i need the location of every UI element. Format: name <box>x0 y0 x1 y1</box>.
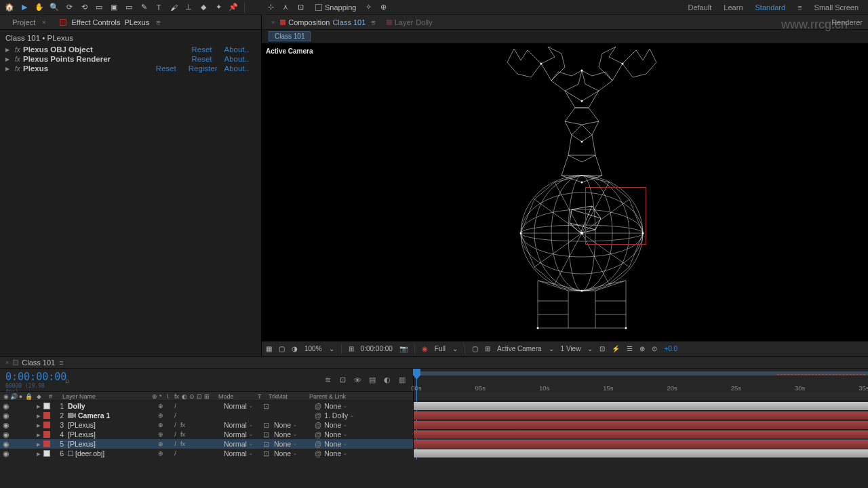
layer-bar[interactable] <box>414 411 868 420</box>
blend-mode-dropdown[interactable]: Normal⌄ <box>224 440 253 448</box>
visibility-toggle[interactable]: ◉ <box>3 421 9 429</box>
visibility-toggle[interactable]: ◉ <box>3 402 9 410</box>
parent-dropdown[interactable]: None⌄ <box>324 449 347 458</box>
layer-bar[interactable] <box>414 421 868 429</box>
pixel-aspect-icon[interactable]: ⊡ <box>599 345 605 352</box>
tab-layer[interactable]: Layer Dolly <box>381 18 438 26</box>
snapshot-icon[interactable]: 📷 <box>399 345 408 352</box>
layer-row[interactable]: ◉ ▸ 2 Camera 1 ⊕/ @1. Dolly⌄ <box>0 411 868 420</box>
panel-menu-icon[interactable]: ≡ <box>156 18 160 26</box>
flow-tab[interactable]: Class 101 <box>269 31 311 41</box>
effect-link[interactable]: About.. <box>224 45 249 54</box>
visibility-toggle[interactable]: ◉ <box>3 430 9 439</box>
axis-world-icon[interactable]: ⋏ <box>279 1 292 14</box>
workspace-smallscreen[interactable]: Small Screen <box>814 3 859 12</box>
layer-bar[interactable] <box>414 430 868 439</box>
reset-exposure-icon[interactable]: ⊙ <box>652 345 657 352</box>
twirl-icon[interactable]: ▸ <box>37 421 43 429</box>
preview-time[interactable]: 0:00:00:00 <box>361 345 393 352</box>
layer-bar[interactable] <box>414 440 868 448</box>
effect-link[interactable]: Reset <box>192 45 212 54</box>
layer-row[interactable]: ◉ ▸ 4 [PLexus] ⊕/fx Normal⌄ ⊡ None⌄ @Non… <box>0 430 868 439</box>
preserve-transparency-icon[interactable]: ⊡ <box>263 421 269 429</box>
timeline-tab-label[interactable]: Class 101 <box>22 359 55 367</box>
fast-preview-icon[interactable]: ⚡ <box>612 345 620 352</box>
preserve-transparency-icon[interactable]: ⊡ <box>263 402 269 410</box>
pickwhip-icon[interactable]: @ <box>315 422 321 429</box>
roto-tool-icon[interactable]: ✦ <box>212 1 225 14</box>
layer-name[interactable]: [PLexus] <box>65 430 157 439</box>
tab-project[interactable]: Project × <box>5 18 53 26</box>
snap-edge-icon[interactable]: ✧ <box>362 1 376 14</box>
brush-tool-icon[interactable]: 🖌 <box>167 1 180 14</box>
tab-close-icon[interactable]: × <box>5 359 9 366</box>
workspace-learn[interactable]: Learn <box>724 3 743 12</box>
shape-tool-icon[interactable]: ▭ <box>122 1 136 14</box>
label-swatch[interactable] <box>43 403 50 409</box>
pickwhip-icon[interactable]: @ <box>315 403 321 410</box>
comp-flow-icon[interactable]: ⊕ <box>639 345 645 352</box>
trkmat-dropdown[interactable]: None⌄ <box>274 449 315 458</box>
parent-dropdown[interactable]: None⌄ <box>324 440 347 448</box>
composition-viewer[interactable]: Active Camera <box>262 43 868 341</box>
effect-link[interactable]: Reset <box>156 64 176 73</box>
layer-switches[interactable]: ⊕/ <box>157 403 224 409</box>
blend-mode-dropdown[interactable]: Normal⌄ <box>224 421 253 429</box>
axis-view-icon[interactable]: ⊡ <box>294 1 307 14</box>
layer-switches[interactable]: ⊕/fx <box>157 441 224 447</box>
axis-local-icon[interactable]: ⊹ <box>264 1 277 14</box>
toggle-alpha-icon[interactable]: ▦ <box>266 345 272 352</box>
frame-blend-icon[interactable]: ▤ <box>367 375 378 386</box>
snap-collapse-icon[interactable]: ⊕ <box>377 1 391 14</box>
hand-tool-icon[interactable]: ✋ <box>33 1 46 14</box>
preserve-transparency-icon[interactable]: ⊡ <box>263 449 269 458</box>
label-swatch[interactable] <box>43 412 50 419</box>
layer-row[interactable]: ◉ ▸ 1 Dolly ⊕/ Normal⌄ ⊡ @None⌄ <box>0 401 868 411</box>
workspace-menu-icon[interactable]: ≡ <box>797 3 802 12</box>
pickwhip-icon[interactable]: @ <box>315 450 321 458</box>
camera-tool-icon[interactable]: ▭ <box>92 1 106 14</box>
tab-composition[interactable]: × Composition Class 101 ≡ <box>266 18 381 26</box>
layer-bar[interactable] <box>414 449 868 458</box>
blend-mode-dropdown[interactable]: Normal⌄ <box>224 430 253 439</box>
blend-mode-dropdown[interactable]: Normal⌄ <box>224 449 253 458</box>
shy-icon[interactable]: 👁 <box>352 375 363 386</box>
home-icon[interactable]: 🏠 <box>3 1 16 14</box>
layer-name[interactable]: [deer.obj] <box>65 449 157 458</box>
layer-name[interactable]: [PLexus] <box>65 421 157 429</box>
twirl-icon[interactable]: ▸ <box>5 45 15 54</box>
workspace-standard[interactable]: Standard <box>755 3 786 12</box>
layer-name[interactable]: [PLexus] <box>65 440 157 448</box>
rotate-tool-icon[interactable]: ⟲ <box>77 1 91 14</box>
layer-switches[interactable]: ⊕/fx <box>157 431 224 438</box>
tab-close-icon[interactable]: × <box>271 19 275 26</box>
pen-tool-icon[interactable]: ✎ <box>137 1 151 14</box>
motion-blur-icon[interactable]: ◐ <box>382 375 393 386</box>
label-swatch[interactable] <box>43 422 50 428</box>
toggle-transparent-icon[interactable]: ▢ <box>279 345 285 352</box>
camera-dropdown[interactable]: Active Camera <box>497 345 542 352</box>
twirl-icon[interactable]: ▸ <box>37 402 43 410</box>
twirl-icon[interactable]: ▸ <box>37 440 43 448</box>
timeline-icon[interactable]: ☰ <box>627 345 633 352</box>
grid-icon[interactable]: ⊞ <box>485 345 490 352</box>
preserve-transparency-icon[interactable]: ⊡ <box>263 440 269 448</box>
panel-menu-icon[interactable]: ≡ <box>59 359 63 367</box>
snapping-toggle[interactable]: Snapping <box>315 3 357 12</box>
layer-row[interactable]: ◉ ▸ 5 [PLexus] ⊕/fx Normal⌄ ⊡ None⌄ @Non… <box>0 439 868 449</box>
layer-name[interactable]: Camera 1 <box>65 411 157 420</box>
draft3d-icon[interactable]: ⊡ <box>337 375 348 386</box>
tab-close-icon[interactable]: × <box>42 19 45 26</box>
parent-dropdown[interactable]: None⌄ <box>324 402 347 410</box>
effect-link[interactable]: About.. <box>224 64 249 73</box>
parent-dropdown[interactable]: 1. Dolly⌄ <box>324 411 354 420</box>
twirl-icon[interactable]: ▸ <box>5 54 15 64</box>
layer-row[interactable]: ◉ ▸ 6 [deer.obj] ⊕/ Normal⌄ ⊡ None⌄ @Non… <box>0 449 868 458</box>
parent-dropdown[interactable]: None⌄ <box>324 430 347 439</box>
puppet-tool-icon[interactable]: 📌 <box>226 1 240 14</box>
tab-effect-controls[interactable]: Effect Controls PLexus ≡ <box>53 18 167 26</box>
timeline-search[interactable]: ⌕ <box>60 369 70 391</box>
effect-link[interactable]: About.. <box>224 55 249 63</box>
blend-mode-dropdown[interactable]: Normal⌄ <box>224 402 253 410</box>
visibility-toggle[interactable]: ◉ <box>3 411 9 420</box>
